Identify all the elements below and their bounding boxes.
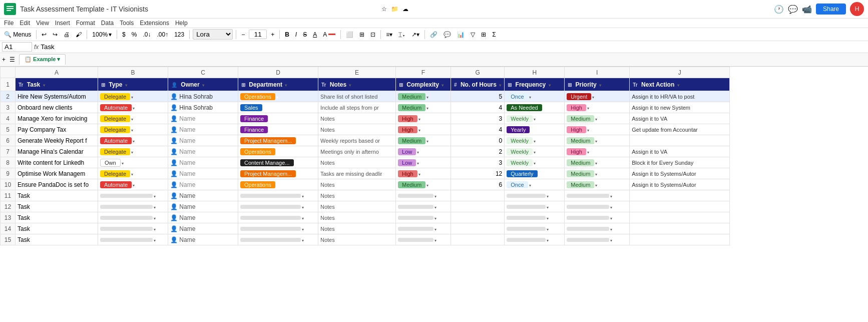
notes-cell[interactable]: Notes [318,124,396,135]
filter-button[interactable]: ▽ [469,30,477,39]
complexity-cell[interactable]: ▾ [396,190,451,201]
dept-cell[interactable]: ▾ [238,223,318,234]
complexity-cell[interactable]: Low▾ [396,146,451,157]
hours-cell[interactable]: 5 [451,91,505,102]
text-color-button[interactable]: A [321,30,337,39]
owner-cell[interactable]: 👤 Name [168,190,238,201]
increase-decimal-button[interactable]: .00↑ [155,30,170,39]
col-priority-header[interactable]: ⊞ Priority ▾ [565,78,630,91]
task-cell[interactable]: Generate Weekly Report f [16,135,98,146]
type-col-dropdown[interactable]: ▾ [125,83,127,88]
task-cell[interactable]: Task [16,212,98,223]
hours-cell[interactable]: 3 [451,157,505,168]
notes-cell[interactable]: Share list of short listed [318,91,396,102]
menu-tools[interactable]: Tools [120,20,134,27]
task-cell[interactable]: Task [16,234,98,245]
notes-cell[interactable]: Notes [318,157,396,168]
paint-format-button[interactable]: 🖌 [74,30,84,39]
link-button[interactable]: 🔗 [428,30,440,39]
dept-cell[interactable]: ▾ [238,190,318,201]
hours-cell[interactable] [451,201,505,212]
frequency-cell[interactable]: Weekly▾ [505,113,565,124]
owner-cell[interactable]: 👤 Name [168,146,238,157]
type-cell[interactable]: Delegate▾ [98,113,168,124]
dept-cell[interactable]: ▾ [238,234,318,245]
priority-cell[interactable]: ▾ [565,201,630,212]
add-sheet-button[interactable]: + [2,56,6,63]
hours-cell[interactable] [451,212,505,223]
owner-cell[interactable]: 👤 Name [168,124,238,135]
frequency-cell[interactable]: Once▾ [505,179,565,190]
strikethrough-button[interactable]: S [301,30,309,39]
folder-icon[interactable]: 📁 [391,6,398,13]
task-cell[interactable]: Ensure PandaDoc is set fo [16,179,98,190]
complexity-cell[interactable]: High▾ [396,124,451,135]
nextaction-col-dropdown[interactable]: ▾ [677,83,679,88]
complexity-cell[interactable]: Low▾ [396,157,451,168]
complexity-col-dropdown[interactable]: ▾ [442,83,444,88]
currency-button[interactable]: $ [120,30,128,39]
col-header-c[interactable]: C [168,67,238,78]
col-header-g[interactable]: G [451,67,505,78]
next-action-cell[interactable]: Block it for Every Sunday [630,157,730,168]
complexity-cell[interactable]: ▾ [396,223,451,234]
col-header-f[interactable]: F [396,67,451,78]
type-cell[interactable]: Automate▾ [98,102,168,113]
task-cell[interactable]: Manage Xero for invoicing [16,113,98,124]
dept-cell[interactable]: Operations▾ [238,146,318,157]
undo-button[interactable]: ↩ [40,30,49,39]
type-cell[interactable]: Own▾ [98,157,168,168]
dept-cell[interactable]: Finance▾ [238,124,318,135]
dept-cell[interactable]: ▾ [238,201,318,212]
frequency-cell[interactable]: Quarterly▾ [505,168,565,179]
redo-button[interactable]: ↪ [51,30,60,39]
task-cell[interactable]: Task [16,201,98,212]
owner-cell[interactable]: 👤 Hina Sohrab [168,91,238,102]
next-action-cell[interactable] [630,212,730,223]
dept-cell[interactable]: Project Managem...▾ [238,168,318,179]
cloud-icon[interactable]: ☁ [402,6,408,13]
text-rotation-button[interactable]: ↗▾ [409,30,421,39]
col-header-j[interactable]: J [630,67,730,78]
priority-col-dropdown[interactable]: ▾ [599,83,601,88]
complexity-cell[interactable]: Medium▾ [396,179,451,190]
spreadsheet-grid[interactable]: A B C D E F G H I J 1 Tr Task ▾ [0,67,868,245]
hours-cell[interactable]: 4 [451,102,505,113]
priority-cell[interactable]: Medium▾ [565,179,630,190]
complexity-cell[interactable]: Medium▾ [396,91,451,102]
sheet-tab-example[interactable]: 📋 Example ▾ [19,54,66,65]
dept-col-dropdown[interactable]: ▾ [285,83,287,88]
col-next-action-header[interactable]: Tr Next Action ▾ [630,78,730,91]
notes-cell[interactable]: Notes [318,234,396,245]
type-cell[interactable]: ▾ [98,212,168,223]
notes-col-dropdown[interactable]: ▾ [349,83,351,88]
frequency-cell[interactable]: ▾ [505,212,565,223]
next-action-cell[interactable]: Assign it to HR/VA to post [630,91,730,102]
meet-icon[interactable]: 📹 [802,5,812,14]
hours-cell[interactable]: 0 [451,135,505,146]
sheet-tab-dropdown[interactable]: ▾ [57,56,60,62]
complexity-cell[interactable]: Medium▾ [396,135,451,146]
align-vertical-button[interactable]: ⌶▾ [396,30,407,39]
complexity-cell[interactable]: High▾ [396,113,451,124]
menu-help[interactable]: Help [175,20,188,27]
col-header-d[interactable]: D [238,67,318,78]
history-icon[interactable]: 🕐 [774,5,784,14]
owner-cell[interactable]: 👤 Name [168,234,238,245]
notes-cell[interactable]: Notes [318,212,396,223]
font-family-select[interactable]: Lora [193,29,233,40]
owner-col-dropdown[interactable]: ▾ [202,83,204,88]
dept-cell[interactable]: Operations▾ [238,179,318,190]
menu-data[interactable]: Data [101,20,114,27]
col-complexity-header[interactable]: ⊞ Complexity ▾ [396,78,451,91]
hours-cell[interactable]: 4 [451,124,505,135]
hours-col-dropdown[interactable]: ▾ [499,83,501,88]
frequency-cell[interactable]: ▾ [505,190,565,201]
italic-button[interactable]: I [293,30,299,39]
sum-button[interactable]: Σ [490,30,498,39]
owner-cell[interactable]: 👤 Name [168,157,238,168]
owner-cell[interactable]: 👤 Name [168,179,238,190]
hours-cell[interactable]: 2 [451,146,505,157]
decrease-decimal-button[interactable]: .0↓ [141,30,153,39]
hours-cell[interactable] [451,234,505,245]
